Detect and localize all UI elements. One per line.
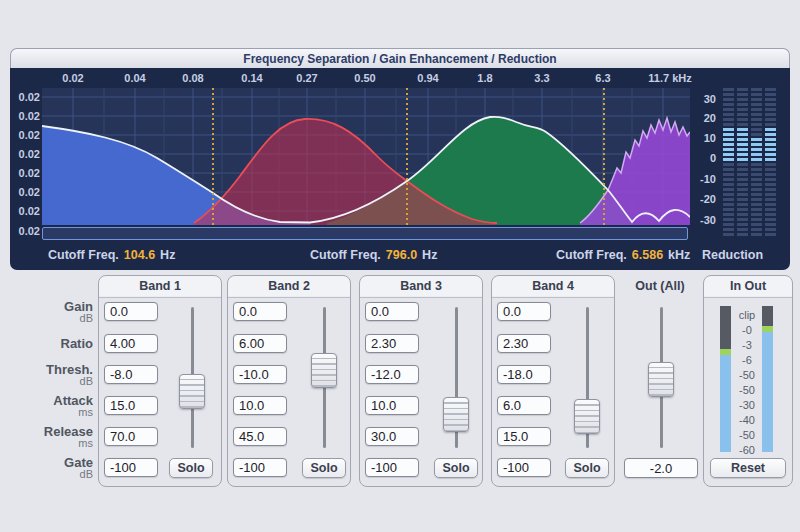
io-scale-label: clip xyxy=(729,309,765,321)
reduction-scale-label: 20 xyxy=(690,112,716,124)
cutoff2-value[interactable]: 796.0 xyxy=(386,248,417,262)
cutoff2-unit: Hz xyxy=(422,248,437,262)
cutoff1-readout: Cutoff Freq. 104.6 Hz xyxy=(48,247,175,263)
band2-title: Band 2 xyxy=(228,279,350,293)
reduction-scale-label: 10 xyxy=(690,132,716,144)
band4-gate-field[interactable]: -100 xyxy=(497,458,551,477)
x-tick: 0.94 xyxy=(406,72,450,84)
io-scale-label: -30 xyxy=(729,399,765,411)
io-scale-label: -6 xyxy=(729,354,765,366)
band1-gain-field[interactable]: 0.0 xyxy=(104,302,158,321)
band1-separator xyxy=(99,297,221,298)
x-tick: 6.3 xyxy=(581,72,625,84)
reduction-scale-label: -10 xyxy=(690,173,716,185)
reset-button[interactable]: Reset xyxy=(710,458,786,478)
io-scale-label: -50 xyxy=(729,384,765,396)
in-out-title: In Out xyxy=(704,279,792,293)
band3-attack-field[interactable]: 10.0 xyxy=(365,396,419,415)
cutoff1-unit: Hz xyxy=(160,248,175,262)
y-label: 0.02 xyxy=(14,91,40,103)
band2-release-field[interactable]: 45.0 xyxy=(233,427,287,446)
band1-attack-field[interactable]: 15.0 xyxy=(104,396,158,415)
io-scale-label: -40 xyxy=(729,414,765,426)
cutoff2-label: Cutoff Freq. xyxy=(310,248,381,262)
band4-purple-curve xyxy=(580,118,690,225)
x-tick: 0.08 xyxy=(171,72,215,84)
reduction-meter-2 xyxy=(737,88,748,236)
x-tick: 0.27 xyxy=(285,72,329,84)
x-tick: 0.50 xyxy=(343,72,387,84)
x-tick: 1.8 xyxy=(463,72,507,84)
cutoff2-readout: Cutoff Freq. 796.0 Hz xyxy=(310,247,437,263)
band3-slider-thumb[interactable] xyxy=(443,397,469,432)
row-unit-gain: dB xyxy=(20,312,93,324)
y-label: 0.02 xyxy=(14,110,40,122)
x-tick: 0.04 xyxy=(113,72,157,84)
row-unit-attack: ms xyxy=(20,406,93,418)
band4-solo-button[interactable]: Solo xyxy=(565,458,609,478)
band4-title: Band 4 xyxy=(492,279,614,293)
row-label-ratio: Ratio xyxy=(20,336,93,351)
band4-slider-thumb[interactable] xyxy=(574,399,600,434)
io-scale-label: -50 xyxy=(729,429,765,441)
y-label: 0.02 xyxy=(14,167,40,179)
band4-separator xyxy=(492,297,614,298)
row-unit-thresh: dB xyxy=(20,375,93,387)
band2-slider-thumb[interactable] xyxy=(311,353,337,388)
frequency-plot xyxy=(42,88,690,225)
band3-release-field[interactable]: 30.0 xyxy=(365,427,419,446)
band1-solo-button[interactable]: Solo xyxy=(169,458,213,478)
band2-solo-button[interactable]: Solo xyxy=(302,458,346,478)
reduction-scale-label: -20 xyxy=(690,193,716,205)
band4-ratio-field[interactable]: 2.30 xyxy=(497,334,551,353)
band1-ratio-field[interactable]: 4.00 xyxy=(104,334,158,353)
band1-release-field[interactable]: 70.0 xyxy=(104,427,158,446)
y-label: 0.02 xyxy=(14,225,40,237)
band4-release-field[interactable]: 15.0 xyxy=(497,427,551,446)
band4-attack-field[interactable]: 6.0 xyxy=(497,396,551,415)
band1-gate-field[interactable]: -100 xyxy=(104,458,158,477)
band4-thresh-field[interactable]: -18.0 xyxy=(497,365,551,384)
y-label: 0.02 xyxy=(14,129,40,141)
reduction-meter-4 xyxy=(765,88,776,236)
y-label: 0.02 xyxy=(14,205,40,217)
cutoff3-readout: Cutoff Freq. 6.586 kHz xyxy=(556,247,690,263)
band3-gate-field[interactable]: -100 xyxy=(365,458,419,477)
band2-ratio-field[interactable]: 6.00 xyxy=(233,334,287,353)
band2-thresh-field[interactable]: -10.0 xyxy=(233,365,287,384)
band3-thresh-field[interactable]: -12.0 xyxy=(365,365,419,384)
band3-separator xyxy=(360,297,482,298)
cutoff1-label: Cutoff Freq. xyxy=(48,248,119,262)
cutoff1-value[interactable]: 104.6 xyxy=(124,248,155,262)
band1-thresh-field[interactable]: -8.0 xyxy=(104,365,158,384)
reduction-scale-label: -30 xyxy=(690,214,716,226)
reduction-caption: Reduction xyxy=(702,247,763,263)
band4-gain-field[interactable]: 0.0 xyxy=(497,302,551,321)
band2-attack-field[interactable]: 10.0 xyxy=(233,396,287,415)
io-scale-label: -60 xyxy=(729,444,765,456)
band-curves-svg xyxy=(42,88,690,225)
band2-gate-field[interactable]: -100 xyxy=(233,458,287,477)
cutoff3-value[interactable]: 6.586 xyxy=(632,248,663,262)
in-out-separator xyxy=(704,297,792,298)
cutoff3-label: Cutoff Freq. xyxy=(556,248,627,262)
out-all-gain-field[interactable]: -2.0 xyxy=(624,458,698,478)
y-label: 0.02 xyxy=(14,148,40,160)
plot-scroll-strip[interactable] xyxy=(42,227,688,240)
band2-separator xyxy=(228,297,350,298)
band3-solo-button[interactable]: Solo xyxy=(434,458,478,478)
band2-gain-field[interactable]: 0.0 xyxy=(233,302,287,321)
out-all-slider-thumb[interactable] xyxy=(648,362,674,397)
out-all-title: Out (All) xyxy=(620,279,700,293)
x-tick: 0.02 xyxy=(51,72,95,84)
row-unit-release: ms xyxy=(20,437,93,449)
analyzer-title-bar: Frequency Separation / Gain Enhancement … xyxy=(10,48,790,68)
io-scale-label: -0 xyxy=(729,324,765,336)
x-tick: 3.3 xyxy=(520,72,564,84)
band3-ratio-field[interactable]: 2.30 xyxy=(365,334,419,353)
band1-title: Band 1 xyxy=(99,279,221,293)
cutoff3-unit: kHz xyxy=(668,248,690,262)
io-scale-label: -50 xyxy=(729,369,765,381)
band1-slider-thumb[interactable] xyxy=(179,374,205,409)
band3-gain-field[interactable]: 0.0 xyxy=(365,302,419,321)
